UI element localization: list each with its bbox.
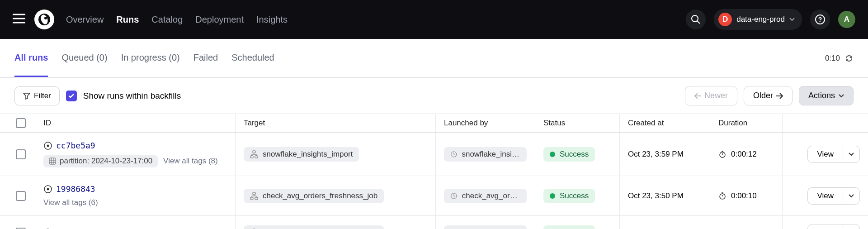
newer-button[interactable]: Newer (685, 86, 737, 105)
column-launched-by: Launched by (436, 114, 535, 132)
tab-in-progress[interactable]: In progress (0) (121, 40, 180, 77)
search-button[interactable] (686, 10, 706, 29)
column-created-at: Created at (620, 114, 710, 132)
arrow-right-icon (776, 93, 783, 99)
svg-rect-11 (250, 156, 253, 158)
view-button[interactable]: View (807, 146, 843, 163)
launched-by-chip[interactable]: check_avg_order… (444, 225, 527, 229)
svg-point-16 (47, 188, 49, 190)
schedule-icon (450, 192, 458, 200)
filter-label: Filter (34, 91, 51, 100)
svg-rect-9 (49, 158, 56, 164)
nav-overview[interactable]: Overview (66, 14, 104, 25)
help-button[interactable]: ? (810, 10, 830, 29)
duration-text: 0:00:10 (731, 191, 757, 200)
nav-catalog[interactable]: Catalog (151, 14, 183, 25)
view-dropdown-button[interactable] (843, 224, 860, 229)
target-text: snowflake_insights_import (263, 150, 353, 159)
view-tags-link[interactable]: View all tags (6) (43, 198, 98, 207)
column-status: Status (535, 114, 620, 132)
status-text: Success (560, 150, 589, 159)
table-header: ID Target Launched by Status Created at … (0, 114, 868, 133)
table-row: cc7be5a9 partition: 2024-10-23-17:00 Vie… (0, 133, 868, 176)
arrow-left-icon (694, 93, 702, 99)
status-chip: Success (543, 189, 595, 203)
launched-by-chip[interactable]: snowflake_insight… (444, 147, 527, 162)
timer-value: 0:10 (825, 54, 840, 63)
tab-scheduled[interactable]: Scheduled (231, 40, 274, 77)
job-icon (250, 192, 258, 200)
runs-tabs-row: All runs Queued (0) In progress (0) Fail… (0, 39, 868, 78)
actions-label: Actions (808, 91, 835, 100)
user-avatar[interactable]: A (838, 11, 855, 28)
refresh-icon[interactable] (844, 54, 854, 63)
target-chip[interactable]: check_avg_orders_freshness_job (244, 225, 384, 229)
launched-by-text: check_avg_order… (462, 191, 520, 200)
partition-icon (49, 157, 56, 165)
older-button[interactable]: Older (744, 86, 793, 105)
nav-deployment[interactable]: Deployment (195, 14, 244, 25)
workspace-badge: D (718, 13, 732, 26)
stopwatch-icon (718, 192, 726, 200)
target-chip[interactable]: snowflake_insights_import (244, 147, 359, 162)
runs-tabs: All runs Queued (0) In progress (0) Fail… (14, 40, 825, 77)
svg-rect-19 (255, 197, 258, 200)
svg-text:?: ? (818, 16, 822, 23)
row-checkbox[interactable] (16, 191, 26, 201)
nav-insights[interactable]: Insights (256, 14, 288, 25)
svg-rect-12 (255, 156, 258, 158)
chevron-down-icon (849, 194, 854, 198)
stopwatch-icon (718, 150, 726, 158)
launched-by-text: snowflake_insight… (462, 150, 520, 159)
tab-all-runs[interactable]: All runs (14, 40, 48, 77)
hamburger-icon[interactable] (13, 14, 25, 26)
view-tags-link[interactable]: View all tags (8) (163, 157, 218, 166)
filter-button[interactable]: Filter (14, 86, 60, 105)
svg-point-3 (44, 17, 47, 19)
svg-rect-18 (250, 197, 253, 200)
workspace-selector[interactable]: D data-eng-prod (714, 9, 802, 30)
svg-point-4 (692, 15, 698, 22)
workspace-name: data-eng-prod (736, 15, 785, 24)
view-dropdown-button[interactable] (843, 187, 860, 205)
runs-toolbar: Filter Show runs within backfills Newer … (0, 78, 868, 114)
run-id-link[interactable]: cc7be5a9 (56, 141, 95, 150)
status-chip: Success (543, 147, 595, 162)
header-right: D data-eng-prod ? A (686, 9, 855, 30)
select-all-checkbox[interactable] (16, 118, 26, 128)
view-button[interactable]: View (807, 187, 843, 205)
row-checkbox[interactable] (16, 149, 26, 159)
filter-icon (23, 92, 30, 100)
run-icon (43, 141, 52, 150)
svg-rect-17 (253, 192, 255, 195)
partition-chip[interactable]: partition: 2024-10-23-17:00 (43, 155, 158, 167)
tab-failed[interactable]: Failed (193, 40, 218, 77)
show-backfills-checkbox[interactable] (66, 91, 77, 101)
chevron-down-icon (849, 153, 854, 156)
column-id: ID (35, 114, 236, 132)
tab-queued[interactable]: Queued (0) (61, 40, 107, 77)
status-chip: Success (543, 225, 595, 229)
show-backfills-label: Show runs within backfills (83, 91, 181, 101)
partition-text: partition: 2024-10-23-17:00 (60, 157, 152, 166)
main-nav: Overview Runs Catalog Deployment Insight… (66, 14, 686, 25)
launched-by-chip[interactable]: check_avg_order… (444, 189, 527, 203)
view-dropdown-button[interactable] (843, 146, 860, 163)
run-id-link[interactable]: 19986843 (56, 184, 95, 194)
target-chip[interactable]: check_avg_orders_freshness_job (244, 189, 384, 203)
status-dot-icon (550, 193, 555, 199)
created-at-text: Oct 23, 3:59 PM (628, 150, 684, 159)
actions-button[interactable]: Actions (799, 86, 854, 105)
older-label: Older (753, 91, 773, 100)
top-header: Overview Runs Catalog Deployment Insight… (0, 0, 868, 39)
view-button[interactable]: View (807, 224, 843, 229)
nav-runs[interactable]: Runs (116, 14, 139, 25)
table-row: 583dd4ef check_avg_orders_freshness_job … (0, 216, 868, 229)
svg-rect-10 (253, 151, 255, 153)
column-duration: Duration (710, 114, 783, 132)
dagster-logo[interactable] (33, 9, 55, 30)
column-target: Target (236, 114, 436, 132)
newer-label: Newer (704, 91, 728, 100)
run-icon (43, 185, 52, 194)
chevron-down-icon (839, 94, 844, 98)
